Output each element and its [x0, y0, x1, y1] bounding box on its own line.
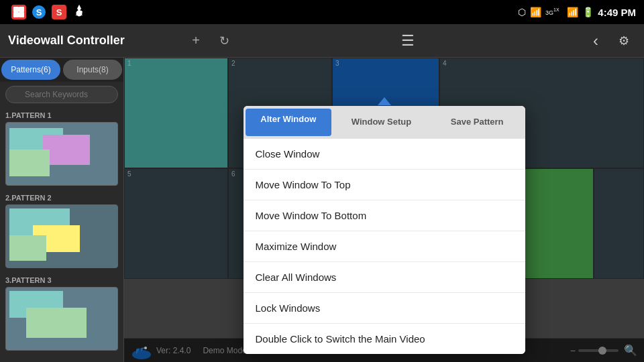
dialog-tabs: Alter Window Window Setup Save Pattern [244, 106, 525, 139]
svg-rect-1 [13, 7, 19, 12]
add-icon: + [192, 33, 200, 48]
svg-text:S: S [56, 7, 62, 17]
right-status-icons: ⬡ 📶 3G1X 📶 🔋 4:49 PM [518, 5, 636, 19]
refresh-icon: ↻ [219, 34, 229, 48]
tab-inputs[interactable]: Inputs(8) [63, 60, 122, 80]
search-inner: 🔍 [5, 86, 118, 103]
header-center: ☰ [236, 32, 580, 50]
search-wrapper: 🔍 [0, 82, 123, 107]
menu-lock-windows[interactable]: Lock Windows [244, 293, 525, 324]
main-layout: Patterns(6) Inputs(8) 🔍 1.PATTERN 1 [0, 58, 644, 362]
list-item[interactable]: 2.PATTERN 2 [0, 190, 123, 272]
signal2-icon: 📶 [567, 7, 578, 17]
dialog-overlay: Alter Window Window Setup Save Pattern C… [124, 58, 644, 362]
tab-save-pattern[interactable]: Save Pattern [431, 109, 523, 136]
refresh-button[interactable]: ↻ [212, 29, 236, 53]
menu-move-to-top[interactable]: Move Window To Top [244, 170, 525, 200]
app-title: Videowall Controller [8, 34, 180, 48]
status-bar: S S ⎇ ⬡ 📶 3G1X 📶 🔋 4:49 PM [0, 0, 644, 24]
tab-alter-window[interactable]: Alter Window [246, 109, 332, 136]
svg-text:⎇: ⎇ [75, 9, 83, 17]
app-header: Videowall Controller + ↻ ☰ ‹ ⚙ [0, 24, 644, 58]
svg-text:3G: 3G [545, 9, 553, 16]
pattern-list: 1.PATTERN 1 2.PATTERN 2 [0, 107, 123, 362]
back-button[interactable]: ‹ [584, 29, 608, 53]
menu-icon[interactable]: ☰ [401, 32, 415, 50]
menu-clear-all-windows[interactable]: Clear All Windows [244, 262, 525, 293]
pattern-thumbnail-1[interactable] [5, 122, 118, 186]
pattern-thumbnail-2[interactable] [5, 204, 118, 268]
svg-rect-3 [13, 12, 19, 17]
network-icon: 3G1X [545, 5, 563, 19]
wifi-icon: 📶 [530, 7, 541, 17]
tab-window-setup[interactable]: Window Setup [335, 109, 427, 136]
search-input[interactable] [5, 86, 118, 103]
content-area: 1 2 3 4 5 6 [124, 58, 644, 362]
svg-text:S: S [36, 7, 42, 17]
tab-patterns[interactable]: Patterns(6) [1, 60, 60, 80]
svg-rect-2 [19, 7, 24, 12]
svg-text:1X: 1X [553, 7, 559, 12]
app1-icon [11, 4, 27, 20]
sidebar-tabs: Patterns(6) Inputs(8) [0, 58, 123, 82]
alter-window-dialog: Alter Window Window Setup Save Pattern C… [244, 106, 525, 354]
menu-move-to-bottom[interactable]: Move Window To Bottom [244, 200, 525, 231]
status-time: 4:49 PM [598, 7, 636, 18]
sidebar: Patterns(6) Inputs(8) 🔍 1.PATTERN 1 [0, 58, 124, 362]
menu-double-click-main-video[interactable]: Double Click to Switch the Main Video [244, 324, 525, 354]
pattern-thumbnail-3[interactable] [5, 287, 118, 351]
settings-icon: ⚙ [619, 34, 629, 48]
list-item[interactable]: 1.PATTERN 1 [0, 107, 123, 190]
signal-icon: ⬡ [518, 7, 526, 17]
list-item[interactable]: 3.PATTERN 3 [0, 272, 123, 355]
svg-rect-4 [19, 12, 24, 17]
menu-close-window[interactable]: Close Window [244, 139, 525, 170]
settings-button[interactable]: ⚙ [612, 29, 636, 53]
app2-icon: S [31, 4, 47, 20]
back-icon: ‹ [593, 32, 598, 50]
menu-maximize-window[interactable]: Maximize Window [244, 231, 525, 262]
pattern-label-1: 1.PATTERN 1 [5, 111, 118, 119]
usb-icon: ⎇ [71, 4, 87, 20]
app3-icon: S [51, 4, 67, 20]
add-button[interactable]: + [184, 29, 208, 53]
dialog-menu: Close Window Move Window To Top Move Win… [244, 139, 525, 354]
pattern-label-2: 2.PATTERN 2 [5, 194, 118, 202]
dialog-arrow-container: Alter Window Window Setup Save Pattern C… [244, 98, 525, 354]
dialog-arrow [378, 97, 391, 105]
battery-icon: 🔋 [582, 7, 594, 17]
pattern-label-3: 3.PATTERN 3 [5, 276, 118, 284]
left-status-icons: S S ⎇ [8, 4, 87, 20]
